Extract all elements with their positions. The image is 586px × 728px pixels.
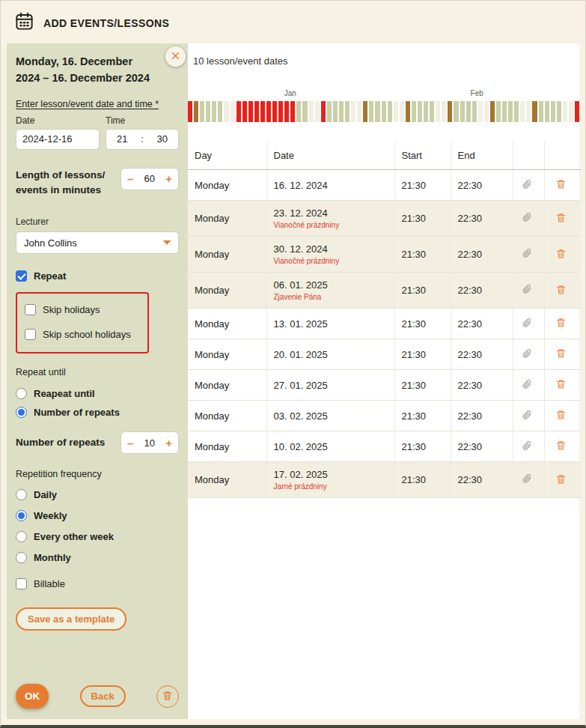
delete-row-button[interactable] [554,315,568,332]
timeline-day-stripe [260,101,265,122]
delete-cell [544,273,581,309]
timeline-day-stripe [224,101,228,122]
attachment-button[interactable] [520,377,534,393]
skip-holidays-checkbox[interactable]: Skip holidays [25,304,140,315]
radio-number-of-repeats[interactable]: Number of repeats [16,407,179,418]
close-button[interactable] [165,46,186,67]
timeline-day-stripe [284,101,289,122]
attachment-cell [513,339,544,370]
timeline-day-stripe [472,101,477,122]
repeats-stepper: – 10 + [120,431,179,454]
ok-button[interactable]: OK [16,684,49,709]
frequency-option-weekly[interactable]: Weekly [16,510,179,521]
lesson-day: Monday [188,237,266,273]
delete-row-button[interactable] [554,407,568,424]
lesson-day: Monday [188,370,266,401]
timeline-day-stripe [442,101,446,122]
repeat-checkbox[interactable]: Repeat [16,270,179,282]
trash-icon [555,378,567,392]
timeline-day-stripe [248,101,253,122]
attachment-button[interactable] [520,408,534,424]
timeline-day-stripe [194,101,198,122]
frequency-every-other-week-label: Every other week [34,531,114,542]
calendar-icon [14,11,34,34]
repeats-increment-button[interactable]: + [165,437,172,449]
lesson-start: 21:30 [394,401,451,431]
timeline-day-stripe [296,101,301,122]
skip-holidays-label: Skip holidays [43,304,100,315]
attachment-button[interactable] [520,282,534,298]
lesson-start: 21:30 [394,462,451,498]
timeline-day-stripe [231,101,235,122]
date-input[interactable] [16,129,100,150]
repeats-decrement-button[interactable]: – [127,437,133,449]
lecturer-select[interactable]: John Collins [16,231,179,254]
lesson-row: Monday 10. 02. 2025 21:30 22:30 [188,431,581,462]
attachment-button[interactable] [520,472,534,488]
timeline-day-stripe [206,101,210,122]
skip-school-holidays-checkbox[interactable]: Skip school holidays [25,329,140,340]
attachment-button[interactable] [520,210,534,226]
paperclip-icon [522,410,532,422]
save-as-template-button[interactable]: Save as a template [16,607,126,631]
billable-label: Billable [34,578,65,589]
timeline-day-stripe [490,101,495,122]
length-decrement-button[interactable]: – [127,173,133,184]
radio-repeat-until[interactable]: Reapeat until [16,388,179,399]
paperclip-icon [522,379,532,392]
sidebar-footer: OK Back [16,676,179,709]
radio-icon [16,552,27,563]
lesson-day: Monday [188,273,266,309]
delete-all-button[interactable] [156,685,179,708]
length-label: Length of lessons/ events in minutes [16,168,115,198]
holiday-note: Vianočné prázdniny [274,221,391,229]
delete-cell [544,237,581,273]
attachment-button[interactable] [520,347,534,363]
time-input[interactable]: 21 : 30 [106,129,179,150]
delete-row-button[interactable] [554,346,568,363]
radio-icon [16,531,27,542]
frequency-option-monthly[interactable]: Monthly [16,552,179,563]
trash-icon [555,284,567,297]
delete-row-button[interactable] [554,210,568,227]
timeline-day-stripe [563,101,567,122]
checkbox-checked-icon [16,270,27,282]
time-separator: : [141,133,144,145]
sidebar: Monday, 16. December 2024 – 16. December… [7,43,188,719]
delete-row-button[interactable] [554,246,568,263]
timeline-day-stripe [333,101,338,122]
lesson-row: Monday 03. 02. 2025 21:30 22:30 [188,401,581,431]
delete-row-button[interactable] [554,472,568,488]
attachment-button[interactable] [520,439,534,455]
delete-row-button[interactable] [554,282,568,299]
back-button[interactable]: Back [80,685,126,707]
timeline-day-stripe [188,101,192,122]
frequency-label: Repetition frequency [16,469,179,479]
timeline-day-stripe [242,101,247,122]
timeline-day-stripe [363,101,367,122]
lesson-day: Monday [188,170,266,201]
lesson-date: 30. 12. 2024 [274,243,391,255]
paperclip-icon [522,212,532,225]
checkbox-icon [16,578,27,589]
length-increment-button[interactable]: + [165,173,172,184]
timeline-day-stripe [327,101,332,122]
time-minute: 30 [157,133,168,145]
billable-checkbox[interactable]: Billable [16,578,179,589]
delete-row-button[interactable] [554,377,568,393]
delete-row-button[interactable] [554,438,568,455]
attachment-button[interactable] [520,246,534,262]
timeline-day-stripe [454,101,458,122]
delete-row-button[interactable] [554,177,568,193]
lesson-date: 03. 02. 2025 [274,410,391,422]
frequency-option-every-other-week[interactable]: Every other week [16,531,179,542]
attachment-button[interactable] [520,178,534,193]
timeline-day-stripe [200,101,204,122]
date-field: Date [16,115,100,150]
radio-repeat-until-label: Reapeat until [34,388,95,399]
radio-icon [16,489,27,500]
lesson-end: 22:30 [451,431,513,462]
lesson-row: Monday 06. 01. 2025 Zjavenie Pána 21:30 … [188,273,581,309]
frequency-option-daily[interactable]: Daily [16,489,179,500]
attachment-button[interactable] [520,316,534,332]
